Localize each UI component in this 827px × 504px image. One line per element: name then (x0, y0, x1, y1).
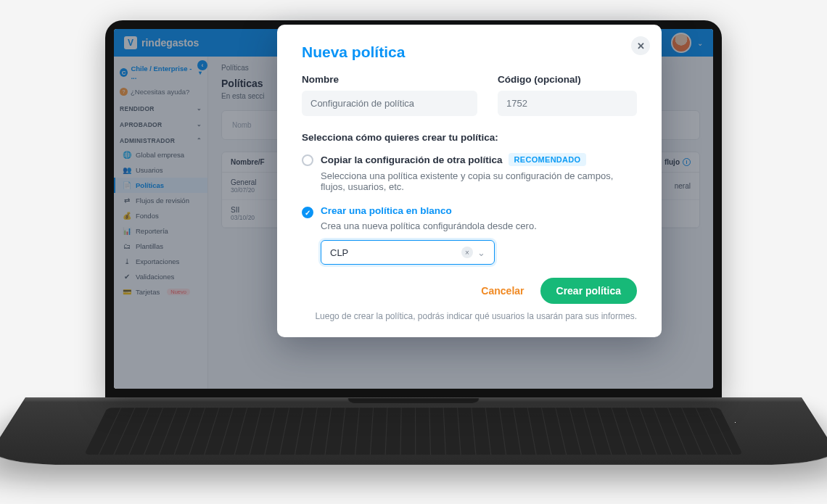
cancel-button[interactable]: Cancelar (481, 285, 524, 297)
clear-icon[interactable]: × (461, 247, 473, 258)
create-mode-label: Selecciona cómo quieres crear tu polític… (302, 132, 637, 143)
radio-selected-icon[interactable] (302, 207, 313, 218)
new-policy-modal: ✕ Nueva política Nombre Código (opcional… (277, 25, 662, 337)
modal-title: Nueva política (302, 44, 637, 61)
option-blank-desc: Crea una nueva política configurándola d… (321, 220, 637, 231)
code-label: Código (opcional) (498, 74, 637, 85)
radio-unselected-icon[interactable] (302, 154, 313, 166)
modal-footnote: Luego de crear la política, podrás indic… (302, 311, 637, 321)
create-policy-button[interactable]: Crear política (540, 278, 637, 304)
option-blank-policy[interactable]: Crear una política en blanco Crea una nu… (302, 205, 637, 265)
option-copy-config[interactable]: Copiar la configuración de otra política… (302, 153, 637, 192)
policy-code-input[interactable] (498, 91, 637, 116)
currency-select[interactable]: CLP × ⌄ (321, 240, 495, 265)
policy-name-input[interactable] (302, 91, 477, 116)
option-copy-title: Copiar la configuración de otra política (321, 154, 503, 165)
laptop-keyboard (84, 408, 743, 454)
name-label: Nombre (302, 74, 477, 85)
option-copy-desc: Selecciona una política existente y copi… (321, 170, 637, 192)
chevron-down-icon[interactable]: ⌄ (477, 247, 485, 258)
close-icon[interactable]: ✕ (631, 36, 650, 55)
recommended-badge: RECOMENDADO (509, 153, 587, 166)
laptop-base (0, 397, 827, 465)
option-blank-title: Crear una política en blanco (321, 205, 452, 216)
currency-selected-value: CLP (330, 247, 348, 258)
